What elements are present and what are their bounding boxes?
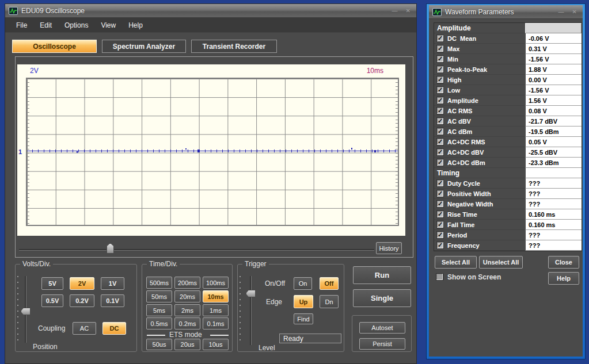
tab-oscilloscope[interactable]: Oscilloscope (12, 40, 97, 53)
checkbox[interactable]: ✓ (436, 221, 444, 228)
checkbox[interactable]: ✓ (436, 210, 444, 218)
params-window-title: Waveform Parameters (445, 8, 514, 16)
param-row: ✓Rise Time 0.160 ms (434, 209, 582, 220)
minimize-icon[interactable]: — (558, 9, 564, 15)
coupling-label: Coupling (38, 324, 65, 332)
time-0-1ms-button[interactable]: 0.1ms (203, 317, 229, 329)
checkbox[interactable]: ✓ (436, 242, 444, 249)
volts-0-1v-button[interactable]: 0.1V (101, 294, 124, 307)
checkbox[interactable]: ✓ (436, 231, 444, 239)
volts-5v-button[interactable]: 5V (41, 277, 63, 290)
checkbox[interactable]: ✓ (436, 35, 444, 42)
volts-slider-ticks (17, 276, 18, 343)
section-header-row: Timing (434, 168, 582, 178)
checkbox[interactable]: ✓ (436, 86, 444, 94)
coupling-dc-button[interactable]: DC (102, 322, 126, 335)
time-50us-button[interactable]: 50us (146, 339, 172, 350)
time-50ms-button[interactable]: 50ms (146, 290, 172, 302)
checkbox[interactable]: ✓ (436, 190, 444, 197)
time-20ms-button[interactable]: 20ms (174, 290, 200, 302)
trigger-level-slider-track[interactable] (250, 276, 252, 345)
params-app-icon (432, 8, 442, 16)
param-label: AC+DC dBV (447, 149, 484, 156)
volts-1v-button[interactable]: 1V (101, 277, 124, 290)
tab-transient-recorder[interactable]: Transient Recorder (191, 40, 277, 53)
checkbox[interactable]: ✓ (436, 66, 444, 73)
menu-help[interactable]: Help (122, 21, 149, 29)
app-icon (9, 7, 18, 15)
param-row: ✓AC+DC dBm -23.3 dBm (434, 158, 582, 168)
volts-0-5v-button[interactable]: 0.5V (41, 294, 63, 307)
ets-divider-left (147, 335, 165, 336)
close-button[interactable]: Close (548, 256, 579, 269)
scope-graticule (26, 78, 399, 226)
menu-edit[interactable]: Edit (33, 21, 58, 29)
checkbox[interactable]: ✓ (436, 76, 444, 83)
menu-file[interactable]: File (10, 21, 33, 29)
param-label: AC RMS (447, 108, 472, 114)
unselect-all-button[interactable]: Unselect All (479, 256, 523, 269)
checkbox[interactable]: ✓ (436, 97, 444, 104)
checkbox[interactable]: ✓ (436, 55, 444, 63)
time-2ms-button[interactable]: 2ms (174, 304, 200, 316)
close-icon[interactable]: ✕ (406, 8, 411, 14)
time-20us-button[interactable]: 20us (174, 339, 200, 350)
trigger-up-button[interactable]: Up (294, 295, 313, 308)
run-button[interactable]: Run (353, 266, 411, 284)
time-0-5ms-button[interactable]: 0.5ms (146, 317, 172, 329)
help-button[interactable]: Help (548, 272, 579, 285)
param-row: ✓AC RMS 0.08 V (434, 106, 582, 116)
main-titlebar[interactable]: EDU09 Oscilloscope — ✕ (5, 4, 416, 18)
param-label: Positive Width (447, 190, 491, 197)
time-5ms-button[interactable]: 5ms (146, 304, 172, 316)
checkbox[interactable]: ✓ (436, 179, 444, 187)
checkbox[interactable]: ✓ (436, 107, 444, 114)
time-1ms-button[interactable]: 1ms (203, 304, 229, 316)
trigger-edge-label: Edge (266, 298, 282, 306)
time-500ms-button[interactable]: 500ms (146, 277, 172, 289)
time-10ms-button[interactable]: 10ms (203, 290, 229, 302)
checkbox[interactable]: ✓ (436, 128, 444, 135)
time-200ms-button[interactable]: 200ms (174, 277, 200, 289)
param-label: Peak-to-Peak (447, 66, 487, 73)
param-row: ✓Frequency ??? (434, 240, 582, 251)
persist-button[interactable]: Persist (359, 338, 405, 350)
checkbox[interactable]: ✓ (436, 138, 444, 145)
close-icon[interactable]: ✕ (572, 9, 577, 15)
history-button[interactable]: History (376, 242, 402, 254)
trigger-level-slider-thumb[interactable] (246, 290, 256, 297)
trigger-on-button[interactable]: On (294, 277, 312, 290)
param-row: ✓Duty Cycle ??? (434, 178, 582, 189)
checkbox[interactable]: ✓ (436, 117, 444, 125)
menu-view[interactable]: View (94, 21, 122, 29)
param-label: DC Mean (447, 35, 476, 42)
volts-2v-button[interactable]: 2V (70, 277, 94, 290)
param-row: ✓Positive Width ??? (434, 189, 582, 199)
show-on-screen-checkbox[interactable] (436, 273, 443, 281)
checkbox[interactable]: ✓ (436, 159, 444, 166)
select-all-button[interactable]: Select All (435, 256, 477, 269)
coupling-ac-button[interactable]: AC (73, 322, 96, 335)
time-100ms-button[interactable]: 100ms (203, 277, 229, 289)
param-value: -23.3 dBm (525, 158, 582, 168)
trigger-dn-button[interactable]: Dn (320, 295, 339, 308)
time-position-slider-thumb[interactable] (107, 243, 114, 254)
params-titlebar[interactable]: Waveform Parameters — ✕ (429, 5, 583, 19)
autoset-button[interactable]: Autoset (359, 322, 405, 334)
single-button[interactable]: Single (353, 289, 411, 307)
checkbox[interactable]: ✓ (436, 148, 444, 156)
checkbox[interactable]: ✓ (436, 200, 444, 208)
time-10us-button[interactable]: 10us (203, 339, 229, 350)
trigger-off-button[interactable]: Off (320, 277, 339, 290)
volts-position-slider-thumb[interactable] (21, 308, 31, 315)
param-row: ✓AC dBm -19.5 dBm (434, 127, 582, 137)
volts-0-2v-button[interactable]: 0.2V (70, 294, 94, 307)
checkbox[interactable]: ✓ (436, 45, 444, 52)
trigger-find-button[interactable]: Find (294, 313, 313, 324)
time-position-slider-track[interactable] (19, 249, 374, 251)
channel-1-marker[interactable]: 1 (18, 148, 22, 155)
time-0-2ms-button[interactable]: 0.2ms (174, 317, 200, 329)
minimize-icon[interactable]: — (392, 8, 398, 14)
tab-spectrum-analyzer[interactable]: Spectrum Analyzer (102, 40, 186, 53)
menu-options[interactable]: Options (58, 21, 94, 29)
